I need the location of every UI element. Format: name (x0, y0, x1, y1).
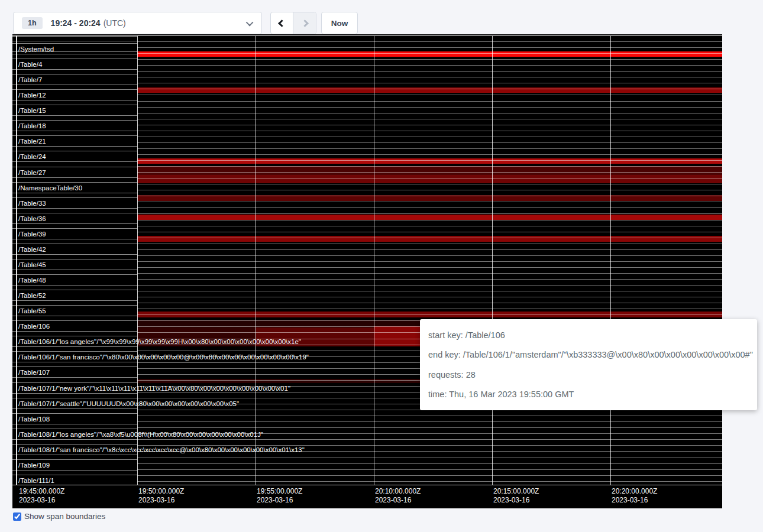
prev-time-button[interactable] (271, 12, 293, 34)
time-gridline (374, 35, 374, 485)
tick-time: 19:45:00.000Z (19, 487, 64, 496)
tick-date: 2023-03-16 (612, 496, 657, 505)
tooltip-line: end key: /Table/106/1/"amsterdam"/"\xb33… (428, 350, 749, 359)
now-button[interactable]: Now (321, 12, 358, 34)
row-label: /Table/45 (18, 261, 46, 269)
row-label: /System/tsd (18, 45, 54, 53)
tick-time: 19:55:00.000Z (257, 487, 302, 496)
chevron-down-icon (246, 18, 254, 26)
row-label: /Table/106/1/"san francisco"/"\x80\x00\x… (18, 353, 309, 361)
heat-band[interactable] (137, 166, 722, 174)
time-gridline (256, 35, 256, 485)
row-label: /Table/36 (18, 215, 46, 223)
heat-band[interactable] (137, 174, 722, 183)
row-label: /Table/24 (18, 153, 46, 161)
row-label: /Table/107/1/"seattle"/"UUUUUUD\x00\x80\… (18, 400, 239, 408)
tick-date: 2023-03-16 (493, 496, 539, 505)
x-axis-tick: 19:50:00.000Z2023-03-16 (138, 487, 184, 505)
row-label: /Table/39 (18, 230, 46, 238)
tick-time: 20:10:00.000Z (375, 487, 421, 496)
x-axis-tick: 19:55:00.000Z2023-03-16 (257, 487, 302, 505)
row-label: /Table/4 (18, 60, 42, 69)
row-label: /Table/27 (18, 168, 46, 177)
x-axis-tick: 20:15:00.000Z2023-03-16 (493, 487, 539, 505)
row-label: /Table/106/1/"los angeles"/"\x99\x99\x99… (18, 338, 301, 346)
span-boundary-gridlines (137, 35, 722, 485)
chevron-left-icon (278, 20, 286, 27)
plot-top-border (12, 35, 722, 36)
toolbar: 1h 19:24 - 20:24 (UTC) Now (0, 0, 763, 34)
x-axis-tick: 19:45:00.000Z2023-03-16 (19, 487, 64, 505)
heat-band[interactable] (137, 87, 722, 93)
x-axis-tick: 20:10:00.000Z2023-03-16 (375, 487, 421, 505)
time-range-label: 19:24 - 20:24 (51, 18, 101, 28)
tick-date: 2023-03-16 (375, 496, 421, 505)
timezone-label: (UTC) (104, 18, 126, 28)
heat-band[interactable] (137, 215, 722, 220)
heat-band[interactable] (137, 312, 722, 317)
time-nav-group (270, 12, 316, 34)
cell-tooltip: start key: /Table/106end key: /Table/106… (420, 319, 757, 410)
heat-band[interactable] (137, 195, 722, 201)
row-label: /Table/108/1/"san francisco"/"\x8c\xcc\x… (18, 446, 305, 454)
row-label: /Table/52 (18, 291, 46, 300)
tick-date: 2023-03-16 (19, 496, 64, 505)
time-gridline (492, 35, 493, 485)
row-label: /Table/7 (18, 76, 42, 84)
duration-badge: 1h (22, 17, 43, 30)
tooltip-line: requests: 28 (428, 370, 749, 379)
tick-time: 19:50:00.000Z (138, 487, 184, 496)
row-label: /Table/48 (18, 276, 46, 284)
chevron-right-icon (301, 20, 309, 27)
heat-band[interactable] (137, 51, 722, 57)
row-label: /Table/109 (18, 461, 50, 469)
x-axis-tick: 20:20:00.000Z2023-03-16 (612, 487, 657, 505)
row-label: /NamespaceTable/30 (18, 184, 82, 192)
heat-band[interactable] (137, 158, 722, 164)
row-label: /Table/55 (18, 307, 46, 315)
time-gridline (137, 35, 138, 485)
row-label: /Table/21 (18, 137, 46, 145)
tick-time: 20:15:00.000Z (493, 487, 539, 496)
show-span-boundaries-checkbox[interactable] (13, 512, 21, 521)
show-span-boundaries-label: Show span boundaries (24, 512, 105, 521)
tooltip-line: start key: /Table/106 (428, 330, 749, 340)
row-label: /Table/111/1 (18, 476, 54, 485)
tick-date: 2023-03-16 (257, 496, 302, 505)
row-label: /Table/107 (18, 368, 50, 377)
tick-date: 2023-03-16 (138, 496, 184, 505)
row-label: /Table/15 (18, 106, 46, 115)
row-label: /Table/12 (18, 91, 46, 99)
plot-bottom-border (12, 485, 722, 485)
row-label: /Table/33 (18, 199, 46, 207)
time-range-dropdown[interactable]: 1h 19:24 - 20:24 (UTC) (13, 12, 262, 34)
row-label: /Table/42 (18, 245, 46, 254)
row-label: /Table/106 (18, 322, 50, 330)
tooltip-line: time: Thu, 16 Mar 2023 19:55:00 GMT (428, 390, 749, 399)
heat-band[interactable] (137, 236, 722, 242)
next-time-button-disabled[interactable] (293, 12, 316, 34)
footer: Show span boundaries (13, 512, 105, 521)
row-label: /Table/18 (18, 122, 46, 130)
tick-time: 20:20:00.000Z (612, 487, 657, 496)
plot-left-border (16, 35, 17, 485)
time-gridline (610, 35, 611, 485)
row-label: /Table/108 (18, 415, 50, 423)
row-label: /Table/107/1/"new york"/"\x11\x11\x11\x1… (18, 384, 290, 392)
row-label: /Table/108/1/"los angeles"/"\xa8\xf5\u00… (18, 430, 263, 439)
key-visualizer-heatmap[interactable]: /System/tsd/Table/4/Table/7/Table/12/Tab… (12, 34, 722, 508)
